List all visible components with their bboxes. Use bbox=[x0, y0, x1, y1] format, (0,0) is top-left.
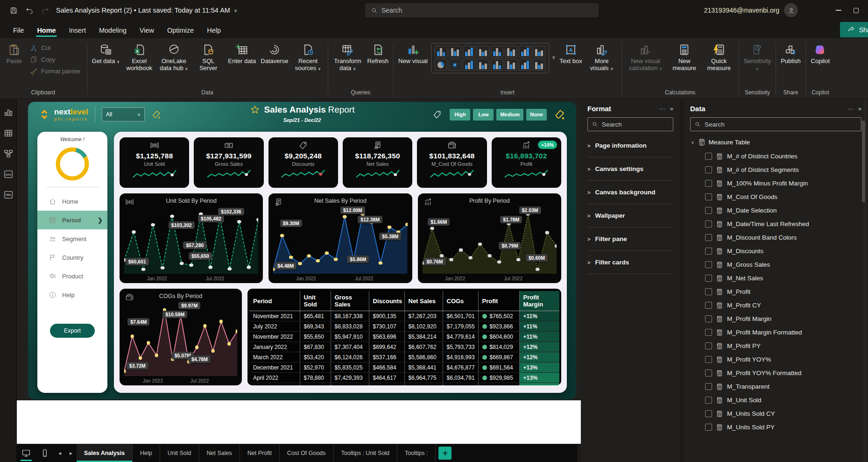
measure-checkbox[interactable] bbox=[705, 370, 712, 377]
table-row[interactable]: March 2022$53,420$6,124,026$537,166$5,58… bbox=[249, 352, 559, 362]
measure-checkbox[interactable] bbox=[705, 383, 712, 390]
format-collapse-icon[interactable]: » bbox=[670, 105, 673, 112]
redo-icon[interactable] bbox=[37, 3, 53, 17]
menu-item-modeling[interactable]: Modeling bbox=[92, 23, 133, 38]
save-icon[interactable] bbox=[6, 3, 21, 17]
model-view-icon[interactable] bbox=[3, 149, 14, 159]
measure-m-units-sold-py[interactable]: M_Units Sold PY bbox=[690, 420, 861, 434]
measure-checkbox[interactable] bbox=[705, 424, 712, 431]
measure-checkbox[interactable] bbox=[705, 275, 712, 282]
measure-m-100-minus-profit-margin[interactable]: M_100% Minus Profit Margin bbox=[690, 177, 861, 190]
table-row[interactable]: January 2022$67,830$7,307,404$699,642$6,… bbox=[249, 342, 559, 352]
chart-cogs-by-period[interactable]: COGs By Period$3.72M$7.64M$10.59M$9.97M$… bbox=[120, 289, 242, 385]
measure-m-unit-sold[interactable]: M_Unit Sold bbox=[690, 393, 861, 407]
table-view-icon[interactable] bbox=[3, 128, 14, 138]
data-more-options-icon[interactable]: ··· bbox=[847, 105, 854, 112]
measure-m-cost-of-goods[interactable]: M_Cost Of Goods bbox=[690, 190, 861, 204]
paste-button[interactable]: Paste bbox=[2, 41, 26, 66]
measure-m-profit-yoy-formatted[interactable]: M_Profit YOY% Formatted bbox=[690, 366, 861, 380]
new-page-button[interactable]: + bbox=[438, 447, 452, 460]
data-collapse-icon[interactable]: » bbox=[858, 105, 861, 112]
format-section-wallpaper[interactable]: >Wallpaper bbox=[587, 204, 673, 227]
column-header-profit-margin[interactable]: Profit Margin bbox=[519, 291, 559, 311]
more-visuals-button[interactable]: More visuals ∨ bbox=[585, 41, 619, 72]
kpi-card-net-sales[interactable]: $118,726,350Net Sales bbox=[343, 137, 412, 188]
clear-filters-eraser-icon[interactable] bbox=[554, 108, 566, 121]
format-more-options-icon[interactable]: ··· bbox=[659, 105, 665, 112]
format-section-canvas-background[interactable]: >Canvas background bbox=[587, 181, 673, 204]
title-dropdown-icon[interactable]: ∨ bbox=[234, 8, 237, 13]
numeric-card-icon[interactable] bbox=[505, 59, 517, 71]
table-visual-icon[interactable] bbox=[533, 59, 545, 71]
format-section-filter-cards[interactable]: >Filter cards bbox=[587, 251, 673, 274]
desktop-layout-button[interactable] bbox=[17, 444, 35, 462]
table-row[interactable]: December 2021$52,970$5,835,025$466,584$5… bbox=[249, 362, 559, 373]
excel-workbook-button[interactable]: X Excel workbook bbox=[122, 41, 156, 72]
segment-slicer-dropdown[interactable]: All∨ bbox=[102, 107, 145, 121]
menu-item-home[interactable]: Home bbox=[30, 23, 62, 38]
tmdl-view-icon[interactable]: TMDL bbox=[3, 190, 14, 200]
kpi-card-gross-sales[interactable]: $127,931,599Gross Sales bbox=[194, 137, 263, 188]
new-visual-button[interactable]: New visual bbox=[396, 41, 430, 66]
enter-data-button[interactable]: Enter data bbox=[226, 41, 258, 66]
donut-chart-icon[interactable] bbox=[449, 59, 461, 71]
measure-checkbox[interactable] bbox=[705, 207, 712, 214]
cut-button[interactable]: Cut bbox=[26, 43, 85, 53]
format-section-filter-pane[interactable]: >Filter pane bbox=[587, 227, 673, 251]
page-tab-sales-analysis[interactable]: Sales Analysis bbox=[77, 444, 133, 462]
band-button-none[interactable]: None bbox=[526, 109, 547, 121]
new-visual-calculation-button[interactable]: fx New visual calculation ∨ bbox=[624, 41, 667, 72]
undo-icon[interactable] bbox=[21, 3, 37, 17]
tab-scroll-right-button[interactable]: ▸ bbox=[65, 444, 77, 462]
measure-checkbox[interactable] bbox=[705, 288, 712, 295]
clustered-column-chart-icon[interactable] bbox=[449, 46, 461, 57]
report-canvas[interactable]: nextlevel pbi reports All∨ bbox=[17, 99, 581, 400]
sidebar-item-period[interactable]: Period❯ bbox=[37, 211, 107, 229]
page-tab-net-sales[interactable]: Net Sales bbox=[199, 444, 240, 462]
sql-server-button[interactable]: SQL Server bbox=[191, 41, 226, 72]
kpi-card-profit[interactable]: +14%$16,893,702Profit bbox=[492, 137, 561, 188]
band-button-high[interactable]: High bbox=[450, 109, 470, 121]
measure-checkbox[interactable] bbox=[705, 248, 712, 255]
measure-checkbox[interactable] bbox=[705, 261, 712, 268]
measure-checkbox[interactable] bbox=[705, 302, 712, 309]
dax-query-view-icon[interactable]: DAX bbox=[3, 169, 14, 179]
menu-item-optimize[interactable]: Optimize bbox=[161, 23, 200, 38]
multi-row-card-icon[interactable] bbox=[519, 59, 531, 71]
table-row[interactable]: July 2022$69,343$8,833,028$730,107$8,102… bbox=[249, 321, 559, 332]
column-header-period[interactable]: Period bbox=[249, 291, 300, 311]
map-icon[interactable] bbox=[477, 59, 489, 71]
column-header-unit-sold[interactable]: Unit Sold bbox=[300, 291, 331, 311]
band-button-medium[interactable]: Medium bbox=[496, 109, 523, 121]
table-row[interactable]: April 2022$78,880$7,429,393$464,617$6,96… bbox=[249, 373, 559, 383]
clustered-column-small-icon[interactable] bbox=[477, 46, 489, 57]
measure-m-profit-margin[interactable]: M_Profit Margin bbox=[690, 312, 861, 326]
recent-sources-button[interactable]: Recent sources ∨ bbox=[291, 41, 325, 72]
sidebar-item-country[interactable]: Country bbox=[37, 248, 107, 267]
report-view-icon[interactable] bbox=[3, 107, 14, 118]
publish-button[interactable]: Publish bbox=[778, 41, 803, 66]
window-minimize-button[interactable] bbox=[836, 10, 841, 11]
measure-m-units-sold-cy[interactable]: M_Units Sold CY bbox=[690, 407, 861, 420]
format-section-canvas-settings[interactable]: >Canvas settings bbox=[587, 157, 673, 181]
waterfall-chart-icon[interactable] bbox=[491, 46, 503, 57]
measure-checkbox[interactable] bbox=[705, 329, 712, 336]
measure-table-node[interactable]: ∨ Measure Table bbox=[690, 134, 861, 149]
100-stacked-bar-chart-icon[interactable] bbox=[463, 46, 475, 57]
get-data-button[interactable]: Get data ∨ bbox=[90, 41, 122, 66]
measure-checkbox[interactable] bbox=[705, 342, 712, 349]
dataverse-button[interactable]: Dataverse bbox=[258, 41, 290, 66]
chart-net-sales-by-period[interactable]: Net Sales By Period$4.48M$9.30M$12.00M$5… bbox=[268, 193, 412, 283]
measure-m-discounts[interactable]: M_Discounts bbox=[690, 244, 861, 258]
measure-m-transparent[interactable]: M_Transparent bbox=[690, 380, 861, 393]
gallery-expand-icon[interactable]: ∨ bbox=[550, 55, 557, 60]
tab-scroll-left-button[interactable]: ◂ bbox=[54, 444, 65, 462]
kpi-card-m-cost-of-goods[interactable]: $101,832,648M_Cost Of Goods bbox=[417, 137, 487, 188]
measure-checkbox[interactable] bbox=[705, 410, 712, 417]
mobile-layout-button[interactable] bbox=[35, 444, 54, 462]
measure-checkbox[interactable] bbox=[705, 315, 712, 322]
page-tab-net-profit[interactable]: Net Profit bbox=[240, 444, 280, 462]
sidebar-item-home[interactable]: Home bbox=[37, 192, 107, 211]
column-header-cogs[interactable]: COGs bbox=[443, 291, 478, 311]
column-header-profit[interactable]: Profit bbox=[478, 291, 519, 311]
